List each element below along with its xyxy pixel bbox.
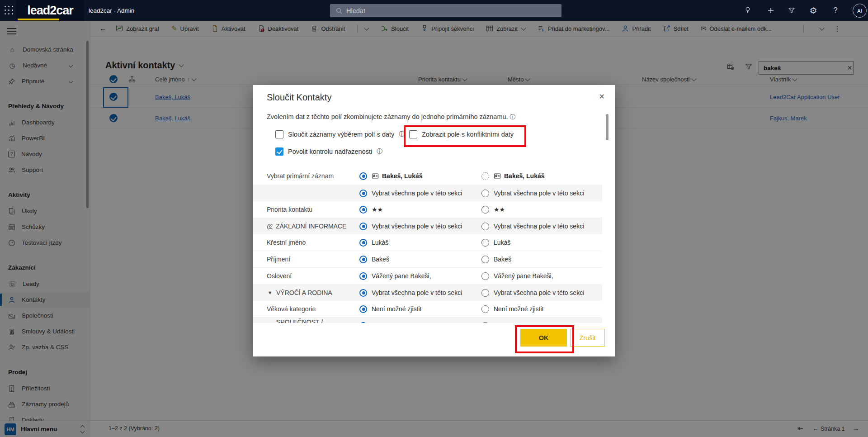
section-row-company: ↥SPOLEČNOST / PODNIKÁ Vybrat všechna pol… xyxy=(253,318,602,323)
merge-fields-table: Vybrat primární záznam Bakeš, Lukáš Bake… xyxy=(253,167,602,323)
close-icon[interactable]: ✕ xyxy=(599,92,605,101)
option-left[interactable]: Vážený pane Bakeši, xyxy=(359,272,431,280)
heart-icon: ♥ xyxy=(267,290,273,296)
primary-record-option-left[interactable]: Bakeš, Lukáš xyxy=(359,172,423,180)
checkbox-checked[interactable] xyxy=(275,147,283,156)
option-right[interactable]: Lukáš xyxy=(481,239,510,247)
option-left[interactable]: Vybrat všechna pole v této sekci xyxy=(359,289,462,297)
show-conflicting-fields-checkbox[interactable]: Zobrazit pole s konfliktními daty xyxy=(409,130,514,138)
radio-unselected[interactable] xyxy=(481,223,489,230)
app-window: lead2car lead2car - Admin Hledat ⚙ ? AI … xyxy=(0,0,868,437)
radio-unselected[interactable] xyxy=(481,190,489,197)
option-right[interactable]: Není možné zjistit xyxy=(481,305,543,313)
radio-selected[interactable] xyxy=(359,190,367,197)
option-left[interactable]: ★★ xyxy=(359,206,383,214)
search-placeholder: Hledat xyxy=(346,7,365,14)
primary-record-option-right[interactable]: Bakeš, Lukáš xyxy=(481,172,545,180)
contact-card-icon xyxy=(372,172,379,180)
option-right[interactable]: Vybrat všechna pole v této sekci xyxy=(481,322,584,323)
radio-unselected[interactable] xyxy=(481,172,489,180)
radio-unselected[interactable] xyxy=(481,206,489,214)
radio-selected[interactable] xyxy=(359,289,367,297)
parent-check-checkbox[interactable]: Povolit kontrolu nadřazenosti ⓘ xyxy=(275,147,382,156)
logo-underline xyxy=(18,19,59,20)
radio-selected[interactable] xyxy=(359,239,367,247)
option-right[interactable]: Vážený pane Bakeši, xyxy=(481,272,553,280)
cancel-button[interactable]: Zrušit xyxy=(570,329,605,347)
checkbox-unchecked[interactable] xyxy=(409,130,417,138)
radio-selected[interactable] xyxy=(359,322,367,323)
filter-icon[interactable] xyxy=(785,0,798,21)
radio-unselected[interactable] xyxy=(481,239,489,247)
contact-card-icon xyxy=(494,172,501,180)
dialog-title: Sloučit Kontakty xyxy=(267,92,331,103)
top-navigation-bar: lead2car lead2car - Admin Hledat ⚙ ? AI xyxy=(0,0,868,21)
radio-selected[interactable] xyxy=(359,305,367,313)
app-title: lead2car - Admin xyxy=(89,0,134,21)
info-icon[interactable]: ⓘ xyxy=(510,114,516,120)
app-logo[interactable]: lead2car xyxy=(16,0,84,21)
radio-unselected[interactable] xyxy=(481,305,489,313)
option-left[interactable]: Lukáš xyxy=(359,239,388,247)
dialog-scrollbar[interactable] xyxy=(606,114,609,140)
radio-selected[interactable] xyxy=(359,223,367,230)
option-right[interactable]: Vybrat všechna pole v této sekci xyxy=(481,223,584,230)
section-row-anniversary: ♥VÝROČÍ A RODINA Vybrat všechna pole v t… xyxy=(253,285,602,301)
option-right[interactable]: ★★ xyxy=(481,206,505,214)
app-launcher-waffle-icon[interactable] xyxy=(5,6,14,15)
radio-unselected[interactable] xyxy=(481,322,489,323)
radio-unselected[interactable] xyxy=(481,289,489,297)
info-icon[interactable]: ⓘ xyxy=(377,147,382,156)
search-icon xyxy=(335,7,343,14)
field-row-first-name: Křestní jméno Lukáš Lukáš xyxy=(253,234,602,251)
settings-gear-icon[interactable]: ⚙ xyxy=(807,0,820,21)
section-row-basic-info: ZÁKLADNÍ INFORMACE Vybrat všechna pole v… xyxy=(253,218,602,234)
merge-contacts-dialog: Sloučit Kontakty ✕ Zvolením dat z těchto… xyxy=(253,85,615,356)
radio-selected[interactable] xyxy=(359,256,367,263)
option-left[interactable]: Vybrat všechna pole v této sekci xyxy=(359,190,462,197)
field-row-last-name: Příjmení Bakeš Bakeš xyxy=(253,251,602,268)
user-avatar[interactable]: AI xyxy=(853,4,867,18)
field-row-salutation: Oslovení Vážený pane Bakeši, Vážený pane… xyxy=(253,268,602,285)
option-right[interactable]: Vybrat všechna pole v této sekci xyxy=(481,289,584,297)
person-circle-icon xyxy=(267,223,273,229)
select-all-section-row: Vybrat všechna pole v této sekci Vybrat … xyxy=(253,185,602,201)
option-left[interactable]: Bakeš xyxy=(359,256,389,263)
plus-icon[interactable] xyxy=(764,0,778,21)
field-row-priority: Priorita kontaktu ★★ ★★ xyxy=(253,201,602,218)
field-row-age-category: Věková kategorie Není možné zjistit Není… xyxy=(253,301,602,318)
ok-button[interactable]: OK xyxy=(520,329,567,347)
lightbulb-icon[interactable] xyxy=(741,0,755,21)
merge-by-fields-checkbox[interactable]: Sloučit záznamy výběrem polí s daty ⓘ xyxy=(275,130,405,138)
option-right[interactable]: Vybrat všechna pole v této sekci xyxy=(481,190,584,197)
logo-text: lead2car xyxy=(27,4,73,18)
radio-unselected[interactable] xyxy=(481,272,489,280)
help-icon[interactable]: ? xyxy=(829,0,842,21)
radio-selected[interactable] xyxy=(359,172,367,180)
global-search-box[interactable]: Hledat xyxy=(330,4,561,17)
option-left[interactable]: Vybrat všechna pole v této sekci xyxy=(359,223,462,230)
primary-record-row: Vybrat primární záznam Bakeš, Lukáš Bake… xyxy=(253,167,602,185)
checkbox-unchecked[interactable] xyxy=(275,130,283,138)
info-icon[interactable]: ⓘ xyxy=(399,130,405,138)
radio-selected[interactable] xyxy=(359,272,367,280)
radio-selected[interactable] xyxy=(359,206,367,214)
company-icon: ↥ xyxy=(267,323,273,323)
dialog-description: Zvolením dat z těchto polí zkombinujete … xyxy=(267,113,516,121)
option-left[interactable]: Není možné zjistit xyxy=(359,305,421,313)
radio-unselected[interactable] xyxy=(481,256,489,263)
option-left[interactable]: Vybrat všechna pole v této sekci xyxy=(359,322,462,323)
option-right[interactable]: Bakeš xyxy=(481,256,511,263)
